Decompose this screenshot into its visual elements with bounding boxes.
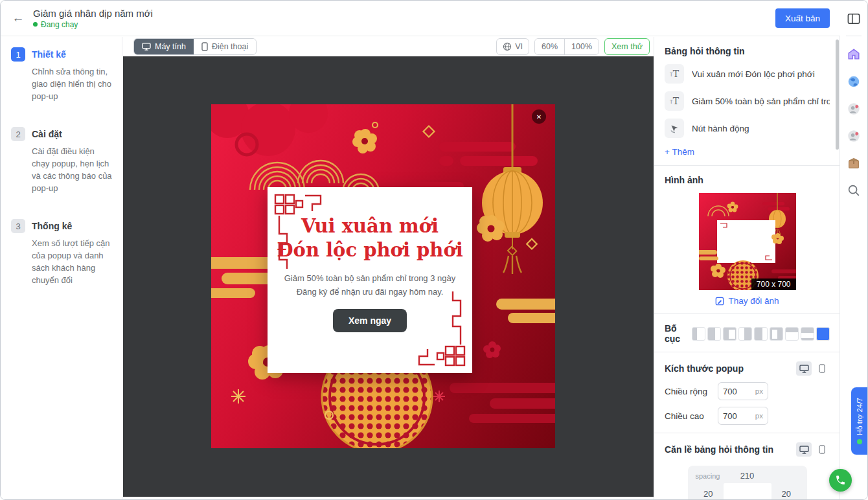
sparkle-decoration [231, 389, 333, 419]
form-item-label: Vui xuân mới Đón lộc phơi phới [692, 69, 815, 79]
margin-top-value[interactable]: 210 [740, 471, 755, 481]
avatar-app-icon[interactable] [845, 127, 863, 145]
red-cloud-decoration [211, 104, 328, 156]
margin-right-value[interactable]: 20 [782, 489, 791, 499]
width-field: px [718, 382, 768, 400]
margin-left-value[interactable]: 20 [703, 489, 713, 499]
layout-option-5[interactable] [754, 327, 768, 341]
phone-call-button[interactable] [829, 469, 852, 492]
section-title: Bố cục [665, 323, 687, 344]
phone-icon [819, 445, 825, 454]
image-thumbnail[interactable]: 700 x 700 [699, 193, 796, 290]
step-number: 2 [11, 127, 25, 141]
margins-section: Căn lề bảng hỏi thông tin spacing 210 20 [654, 433, 840, 500]
monitor-icon [142, 43, 151, 51]
image-size-badge: 700 x 700 [751, 278, 796, 290]
form-item-label: Giảm 50% toàn bộ sản phẩm chỉ trong ... [692, 97, 830, 106]
change-image-label: Thay đổi ảnh [728, 296, 779, 306]
globe-app-icon[interactable] [845, 73, 863, 91]
tab-desktop[interactable]: Máy tính [134, 39, 194, 54]
layout-option-8[interactable] [801, 327, 814, 341]
status-dot-icon [33, 22, 38, 27]
layout-option-2[interactable] [707, 327, 721, 341]
layout-option-9-selected[interactable] [816, 327, 830, 341]
add-element-link[interactable]: + Thêm [665, 147, 694, 157]
layout-option-4[interactable] [738, 327, 752, 341]
step-statistics[interactable]: 3 Thống kê Xem số lượt tiếp cận của popu… [11, 219, 111, 286]
corner-ornament-icon [273, 192, 335, 270]
desktop-chip[interactable] [796, 442, 812, 457]
language-button[interactable]: VI [496, 38, 529, 55]
online-dot-icon [857, 439, 862, 444]
spacing-label: spacing [696, 472, 720, 480]
publish-button[interactable]: Xuất bản [775, 8, 830, 28]
layout-option-1[interactable] [692, 327, 705, 341]
lantern-decoration [482, 104, 543, 274]
mobile-chip[interactable] [814, 442, 830, 457]
layout-options [692, 327, 830, 341]
popup-description-line1: Giảm 50% toàn bộ sản phẩm chỉ trong 3 ng… [284, 273, 456, 283]
page-title: Giảm giá nhân dịp năm mới [33, 8, 153, 19]
spacing-widget: spacing 210 20 20 20 [688, 466, 807, 500]
step-number: 3 [11, 219, 25, 233]
tab-mobile[interactable]: Điện thoại [194, 39, 256, 54]
home-icon[interactable] [845, 45, 863, 63]
popup-preview[interactable]: ✕ Vui xuân mới Đón lộc phơi ph [211, 104, 555, 448]
action-icon [665, 119, 684, 138]
section-title: Bảng hỏi thông tin [665, 46, 830, 56]
design-canvas: ✕ Vui xuân mới Đón lộc phơi ph [123, 56, 654, 497]
support-label: Hỗ trợ 24/7 [856, 398, 863, 435]
step-description: Cài đặt điều kiện chạy popup, hẹn lịch v… [32, 145, 113, 194]
canvas-toolbar: Máy tính Điện thoại VI 60% 100% Xem thử [123, 37, 654, 56]
form-item-label: Nút hành động [692, 124, 749, 133]
flower-decoration [483, 341, 501, 358]
sparkle-decoration [433, 391, 445, 402]
mobile-chip[interactable] [814, 361, 830, 376]
popup-size-section: Kích thước popup Chiều rộng px [654, 352, 840, 433]
layout-option-7[interactable] [785, 327, 799, 341]
form-item-title[interactable]: тT Vui xuân mới Đón lộc phơi phới [665, 64, 830, 84]
width-input[interactable] [723, 387, 749, 396]
step-description: Xem số lượt tiếp cận của popup và danh s… [32, 237, 113, 286]
step-title: Thiết kế [32, 49, 66, 60]
avatar-app-icon[interactable] [845, 100, 863, 118]
height-input[interactable] [723, 411, 749, 421]
zoom-100-button[interactable]: 100% [565, 39, 599, 54]
width-label: Chiều rộng [665, 387, 711, 396]
status-badge: Đang chạy [33, 20, 153, 29]
package-icon[interactable] [845, 154, 863, 172]
zoom-group: 60% 100% [534, 38, 599, 55]
margin-center-input[interactable] [724, 483, 771, 500]
form-item-description[interactable]: тT Giảm 50% toàn bộ sản phẩm chỉ trong .… [665, 91, 830, 111]
layout-option-6[interactable] [770, 327, 783, 341]
back-icon[interactable]: ← [7, 7, 29, 29]
section-title: Hình ảnh [665, 175, 830, 185]
campaign-title-block: Giảm giá nhân dịp năm mới Đang chạy [33, 8, 153, 29]
support-tab[interactable]: Hỗ trợ 24/7 [851, 387, 867, 455]
step-number: 1 [11, 47, 25, 62]
form-item-action-button[interactable]: Nút hành động [665, 119, 830, 138]
status-label: Đang chạy [41, 20, 78, 29]
preview-button[interactable]: Xem thử [604, 38, 650, 55]
app-window: ← Giảm giá nhân dịp năm mới Đang chạy Xu… [0, 0, 868, 500]
monitor-icon [799, 365, 809, 373]
globe-icon [503, 42, 512, 51]
change-image-link[interactable]: Thay đổi ảnh [665, 296, 830, 306]
search-icon[interactable] [845, 181, 863, 199]
text-icon: тT [665, 91, 684, 111]
flower-decoration [352, 129, 377, 153]
step-design[interactable]: 1 Thiết kế Chỉnh sửa thông tin, giao diệ… [11, 47, 111, 102]
popup-close-button[interactable]: ✕ [532, 109, 546, 124]
top-bar: ← Giảm giá nhân dịp năm mới Đang chạy Xu… [1, 1, 840, 36]
settings-panel: Bảng hỏi thông tin тT Vui xuân mới Đón l… [654, 37, 840, 500]
zoom-60-button[interactable]: 60% [535, 39, 565, 54]
layout-option-3[interactable] [723, 327, 737, 341]
panel-toggle-icon[interactable] [845, 10, 863, 28]
step-title: Cài đặt [32, 129, 62, 139]
popup-cta-button[interactable]: Xem ngay [333, 309, 407, 332]
desktop-chip[interactable] [796, 361, 812, 376]
step-settings[interactable]: 2 Cài đặt Cài đặt điều kiện chạy popup, … [11, 127, 111, 194]
phone-handset-icon [835, 475, 846, 486]
corner-ornament-icon [405, 290, 467, 368]
info-form-section: Bảng hỏi thông tin тT Vui xuân mới Đón l… [654, 37, 840, 166]
